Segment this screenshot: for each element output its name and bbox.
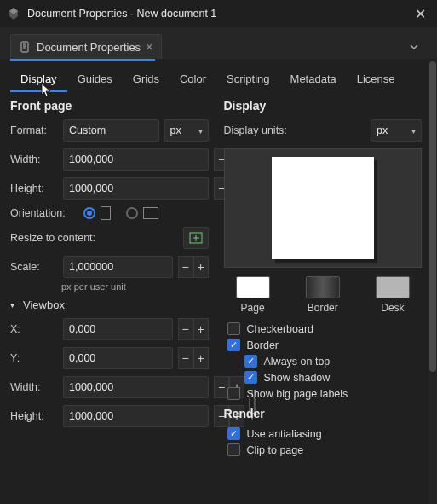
cb-border[interactable] [227,339,240,351]
tab-scripting[interactable]: Scripting [216,67,280,92]
portrait-icon [101,206,111,220]
cb-antialias-label: Use antialiasing [247,428,322,440]
format-value: Custom [69,125,106,136]
cb-checker-label: Checkerboard [247,323,314,335]
vb-width-input[interactable] [63,376,209,398]
doc-tab[interactable]: Document Properties × [10,34,162,59]
document-tabs: Document Properties × [0,27,437,59]
orientation-label: Orientation: [10,207,78,219]
tab-color[interactable]: Color [170,67,216,92]
cb-biglabels-label: Show big page labels [247,388,348,400]
doc-tab-label: Document Properties [37,41,141,54]
page-unit-select[interactable]: px▾ [164,119,209,142]
tab-license[interactable]: License [347,67,405,92]
vb-y-label: Y: [10,352,58,364]
document-icon [20,41,32,53]
cb-clip-label: Clip to page [247,444,304,456]
cb-antialias[interactable] [227,427,240,440]
scale-label: Scale: [10,261,58,273]
titlebar: Document Properties - New document 1 ✕ [0,0,437,27]
height-label: Height: [10,182,58,194]
resize-label: Resize to content: [10,232,178,244]
swatch-desk[interactable]: Desk [376,276,410,314]
scale-input[interactable] [63,256,173,278]
cb-biglabels[interactable] [227,387,240,400]
vb-height-input[interactable] [63,405,209,427]
close-icon[interactable]: ✕ [410,6,430,22]
cb-border-label: Border [247,339,279,351]
page-unit-value: px [170,125,181,136]
cb-shadow[interactable] [244,371,257,384]
front-page-heading: Front page [10,99,209,113]
tab-grids[interactable]: Grids [123,67,170,92]
scale-dec[interactable]: − [178,256,193,278]
vb-x-dec[interactable]: − [178,318,193,340]
cb-shadow-label: Show shadow [264,372,331,384]
display-heading: Display [224,99,423,113]
swatch-border[interactable]: Border [306,276,340,314]
window-title: Document Properties - New document 1 [27,8,410,20]
vertical-scrollbar[interactable] [428,61,437,504]
svg-rect-0 [21,42,28,52]
swatch-page[interactable]: Page [236,276,270,314]
format-select[interactable]: Custom [63,119,159,142]
app-icon [7,7,20,20]
landscape-icon [143,207,158,219]
close-tab-icon[interactable]: × [146,40,152,54]
cb-checker[interactable] [227,322,240,335]
scrollbar-thumb[interactable] [429,61,436,372]
format-label: Format: [10,125,58,136]
tab-metadata[interactable]: Metadata [280,67,347,92]
tab-guides[interactable]: Guides [67,67,123,92]
display-units-select[interactable]: px▾ [371,119,422,142]
height-input[interactable] [63,177,209,200]
swatch-border-color[interactable] [306,276,340,298]
width-input[interactable] [63,148,209,171]
width-label: Width: [10,154,58,165]
page-preview-canvas [272,157,374,259]
vb-x-inc[interactable]: + [193,318,209,340]
orientation-landscape-radio[interactable] [126,207,138,219]
section-tabs: Display Guides Grids Color Scripting Met… [10,67,422,92]
viewbox-label: Viewbox [23,298,65,311]
front-page-panel: Front page Format: Custom px▾ [10,99,209,460]
page-preview [224,148,423,268]
vb-y-input[interactable] [63,347,173,369]
vb-y-inc[interactable]: + [193,347,209,369]
vb-x-label: X: [10,323,58,335]
cb-ontop[interactable] [244,355,257,368]
swatch-desk-color[interactable] [376,276,410,298]
tab-display[interactable]: Display [10,67,67,92]
display-units-label: Display units: [224,125,292,136]
vb-x-input[interactable] [63,318,173,340]
swatch-page-color[interactable] [236,276,270,298]
chevron-down-icon[interactable] [401,38,427,56]
vb-height-label: Height: [10,410,58,422]
vb-width-label: Width: [10,381,58,393]
viewbox-disclosure[interactable]: Viewbox [10,298,209,311]
render-heading: Render [224,407,423,420]
vb-y-dec[interactable]: − [178,347,193,369]
scale-inc[interactable]: + [193,256,209,278]
cb-ontop-label: Always on top [264,356,331,368]
resize-to-content-button[interactable] [183,227,209,249]
display-panel: Display Display units: px▾ Page [224,99,423,460]
content-area: Display Guides Grids Color Scripting Met… [0,61,428,504]
scale-hint: px per user unit [61,281,209,292]
cb-clip[interactable] [227,443,240,456]
orientation-portrait-radio[interactable] [83,207,95,219]
display-units-value: px [377,125,388,136]
